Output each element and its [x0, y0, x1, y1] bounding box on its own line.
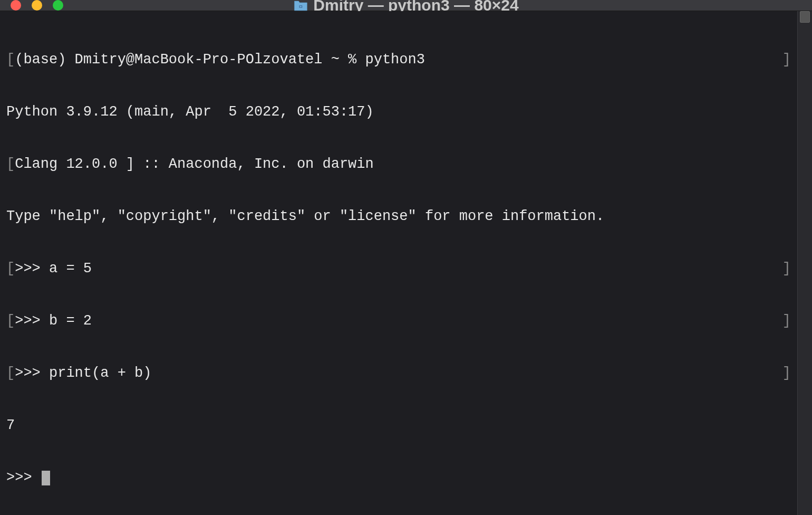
bracket-left: [ [6, 261, 15, 276]
maximize-button[interactable] [53, 0, 63, 11]
line-text: Clang 12.0.0 ] :: Anaconda, Inc. on darw… [15, 156, 374, 172]
terminal-content[interactable]: [(base) Dmitry@MacBook-Pro-POlzovatel ~ … [0, 11, 797, 515]
terminal-window: Dmitry — python3 — 80×24 [(base) Dmitry@… [0, 0, 812, 515]
close-button[interactable] [11, 0, 21, 11]
line-text: >>> b = 2 [15, 313, 92, 329]
line-text: >>> a = 5 [15, 261, 92, 276]
scrollbar-thumb[interactable] [800, 11, 810, 23]
bracket-left: [ [6, 313, 15, 329]
svg-point-1 [300, 6, 302, 7]
terminal-line: [Clang 12.0.0 ] :: Anaconda, Inc. on dar… [6, 156, 791, 173]
terminal-prompt-line[interactable]: >>> [6, 469, 791, 487]
terminal-line: [>>> a = 5] [6, 260, 791, 278]
line-text: Type "help", "copyright", "credits" or "… [6, 208, 604, 224]
cursor-icon [42, 471, 50, 485]
bracket-right: ] [782, 51, 791, 69]
line-text: 7 [6, 417, 15, 433]
minimize-button[interactable] [32, 0, 42, 11]
bracket-right: ] [782, 365, 791, 382]
bracket-right: ] [782, 260, 791, 278]
bracket-left: [ [6, 52, 15, 68]
title-bar[interactable]: Dmitry — python3 — 80×24 [0, 0, 812, 11]
bracket-left: [ [6, 156, 15, 172]
folder-icon [293, 0, 308, 12]
window-controls [0, 0, 63, 11]
terminal-line: [>>> b = 2] [6, 312, 791, 330]
line-text: (base) Dmitry@MacBook-Pro-POlzovatel ~ %… [15, 52, 425, 68]
terminal-line: Python 3.9.12 (main, Apr 5 2022, 01:53:1… [6, 103, 791, 121]
line-text: >>> print(a + b) [15, 365, 151, 381]
bracket-left: [ [6, 365, 15, 381]
terminal-body[interactable]: [(base) Dmitry@MacBook-Pro-POlzovatel ~ … [0, 11, 812, 515]
prompt-text: >>> [6, 470, 41, 485]
terminal-line: [(base) Dmitry@MacBook-Pro-POlzovatel ~ … [6, 51, 791, 69]
terminal-line: [>>> print(a + b)] [6, 365, 791, 382]
bracket-right: ] [782, 312, 791, 330]
line-text: Python 3.9.12 (main, Apr 5 2022, 01:53:1… [6, 104, 374, 120]
scrollbar[interactable] [797, 11, 812, 515]
terminal-line: Type "help", "copyright", "credits" or "… [6, 208, 791, 225]
terminal-line: 7 [6, 417, 791, 434]
